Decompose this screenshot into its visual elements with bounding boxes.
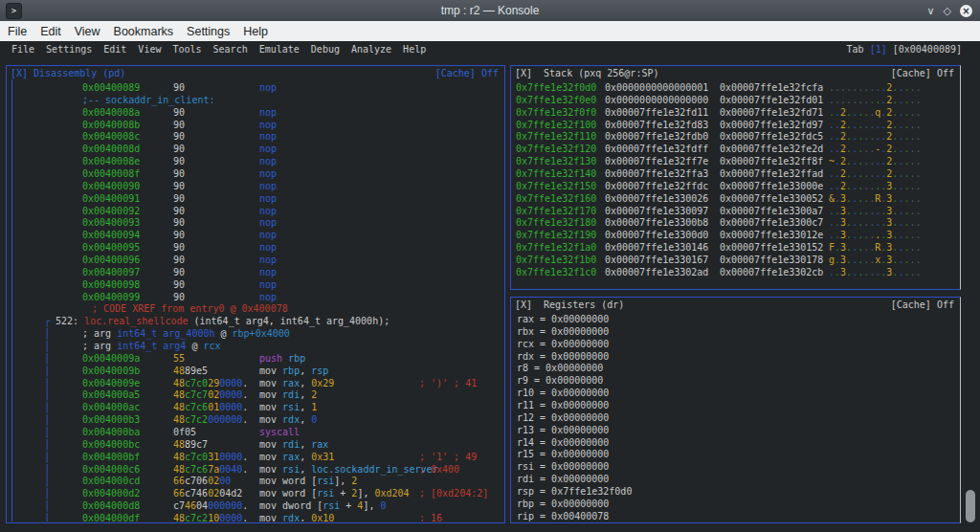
register-row[interactable]: rdx = 0x00000000 [512, 350, 959, 363]
disasm-row[interactable]: │0x004000d266c7460204d2mov word [rsi + 2… [8, 487, 503, 499]
cache-toggle[interactable]: [Cache] Off [435, 67, 499, 79]
disasm-row[interactable]: │; arg int64_t arg_4000h @ rbp+0x4000 [8, 327, 503, 340]
register-row[interactable]: r10 = 0x00000000 [512, 387, 959, 399]
register-row[interactable]: r15 = 0x00000000 [512, 448, 959, 460]
tab-number[interactable]: [1] [870, 44, 887, 55]
menubar-item-view[interactable]: View [75, 25, 100, 38]
disasm-row[interactable]: 0x0040008c90nop [8, 130, 503, 143]
stack-row[interactable]: 0x7ffe1e32f1100x00007ffe1e32fdb00x00007f… [512, 130, 959, 143]
menubar-item-settings[interactable]: Settings [187, 25, 230, 38]
disasm-row[interactable]: 0x0040009590nop [8, 241, 503, 254]
disasm-row[interactable]: 0x0040009190nop [8, 192, 503, 205]
stack-row[interactable]: 0x7ffe1e32f1600x00007ffe1e3300260x00007f… [512, 192, 959, 205]
stack-row[interactable]: 0x7ffe1e32f1900x00007ffe1e3300d00x00007f… [512, 229, 959, 241]
disasm-row[interactable]: 0x0040008b90nop [8, 119, 503, 131]
disasm-row[interactable]: 0x0040009990nop [8, 291, 503, 303]
disasm-row[interactable]: 0x0040009790nop [8, 266, 503, 278]
tab-label: Tab [847, 44, 864, 55]
disasm-row[interactable]: │0x004000c648c7c67a0040.mov rsi, loc.soc… [8, 463, 503, 476]
disasm-row[interactable]: 0x0040008e90nop [8, 155, 503, 167]
r2-menu-item-edit[interactable]: Edit [103, 44, 126, 55]
disasm-row[interactable]: 0x0040008a90nop [8, 106, 503, 119]
cache-toggle[interactable]: [Cache] Off [891, 67, 954, 79]
close-button-icon[interactable]: × [960, 5, 972, 17]
disasm-row[interactable]: │0x0040009a55push rbp [8, 352, 503, 365]
disasm-row[interactable]: │0x004000bc4889c7mov rdi, rax [8, 438, 503, 451]
disasm-row[interactable]: 0x0040008f90nop [8, 167, 503, 180]
register-row[interactable]: rax = 0x00000000 [512, 313, 959, 325]
register-row[interactable]: r11 = 0x00000000 [512, 399, 959, 411]
r2-menu-item-search[interactable]: Search [213, 44, 248, 55]
cache-toggle[interactable]: [Cache] Off [891, 299, 954, 311]
register-row[interactable]: r9 = 0x00000000 [512, 374, 959, 387]
stack-row[interactable]: 0x7ffe1e32f0e00x00000000000000000x00007f… [512, 94, 959, 106]
disasm-row[interactable]: ┌522: loc.real_shellcode (int64_t arg4, … [8, 315, 503, 327]
disasm-row[interactable]: │0x004000b348c7c2000000.mov rdx, 0 [8, 413, 503, 426]
stack-row[interactable]: 0x7ffe1e32f1b00x00007ffe1e3301670x00007f… [512, 254, 959, 266]
disasm-row[interactable]: 0x0040008d90nop [8, 143, 503, 155]
disasm-row[interactable]: ;-- sockaddr_in_client: [8, 94, 503, 106]
register-row[interactable]: r12 = 0x00000000 [512, 411, 959, 424]
stack-row[interactable]: 0x7ffe1e32f1300x00007ffe1e32ff7e0x00007f… [512, 155, 959, 167]
r2-menu-item-file[interactable]: File [11, 44, 34, 55]
disasm-row[interactable]: │0x004000ba0f05syscall [8, 426, 503, 438]
disasm-row[interactable]: │0x0040009b4889e5mov rbp, rsp [8, 365, 503, 377]
r2-menu-item-emulate[interactable]: Emulate [259, 44, 300, 55]
menubar-item-help[interactable]: Help [243, 25, 268, 38]
disasm-row[interactable]: 0x0040009690nop [8, 254, 503, 266]
register-row[interactable]: rsp = 0x7ffe1e32f0d0 [512, 485, 959, 498]
stack-row[interactable]: 0x7ffe1e32f1a00x00007ffe1e3301460x00007f… [512, 241, 959, 254]
register-row[interactable]: rcx = 0x00000000 [512, 338, 959, 350]
disasm-row[interactable]: │; arg int64_t arg4 @ rcx [8, 340, 503, 352]
window-titlebar[interactable]: > tmp : r2 — Konsole ∨ ◇ × [0, 0, 980, 21]
stack-row[interactable]: 0x7ffe1e32f0d00x00000000000000010x00007f… [512, 81, 959, 94]
register-row[interactable]: rbx = 0x00000000 [512, 325, 959, 338]
register-row[interactable]: rbp = 0x00000000 [512, 498, 959, 510]
disasm-row[interactable]: 0x0040009290nop [8, 205, 503, 217]
r2-menu-bar: FileSettingsEditViewToolsSearchEmulateDe… [11, 43, 437, 55]
r2-menu-item-analyze[interactable]: Analyze [351, 44, 391, 55]
disasm-row[interactable]: 0x0040009890nop [8, 278, 503, 291]
disasm-row[interactable]: 0x0040009390nop [8, 216, 503, 229]
disasm-row[interactable]: │0x004000d8c74604000000.mov dword [rsi +… [8, 499, 503, 512]
terminal-screen: FileSettingsEditViewToolsSearchEmulateDe… [0, 41, 980, 532]
disasm-row[interactable]: │0x004000bf48c7c0310000.mov rax, 0x31; '… [8, 451, 503, 463]
register-row[interactable]: rdi = 0x00000000 [512, 473, 959, 485]
panel-close-button[interactable]: [X] [515, 299, 532, 311]
disasm-row[interactable]: ; CODE XREF from entry0 @ 0x400078 [8, 302, 503, 315]
r2-menu-item-debug[interactable]: Debug [311, 44, 340, 55]
r2-menu-item-settings[interactable]: Settings [46, 44, 92, 55]
register-row[interactable]: r14 = 0x00000000 [512, 436, 959, 449]
disasm-row[interactable]: 0x0040009090nop [8, 180, 503, 192]
stack-row[interactable]: 0x7ffe1e32f1700x00007ffe1e3300970x00007f… [512, 205, 959, 217]
scrollbar-thumb[interactable] [966, 490, 975, 522]
register-row[interactable]: r8 = 0x00000000 [512, 362, 959, 374]
register-row[interactable]: r13 = 0x00000000 [512, 424, 959, 436]
stack-row[interactable]: 0x7ffe1e32f0f00x00007ffe1e32fd110x00007f… [512, 106, 959, 119]
panel-close-button[interactable]: [X] [515, 67, 532, 79]
minimize-button-icon[interactable]: ∨ [926, 5, 934, 17]
disasm-row[interactable]: │0x004000a548c7c7020000.mov rdi, 2 [8, 388, 503, 401]
menubar-item-file[interactable]: File [8, 25, 27, 38]
disasm-row[interactable]: │0x004000df48c7c2100000.mov rdx, 0x10; 1… [8, 512, 503, 521]
disasm-row[interactable]: │0x004000ac48c7c6010000.mov rsi, 1 [8, 401, 503, 413]
r2-menu-item-help[interactable]: Help [403, 44, 426, 55]
register-row[interactable]: rip = 0x00400078 [512, 510, 959, 521]
menubar-item-edit[interactable]: Edit [40, 25, 61, 38]
stack-row[interactable]: 0x7ffe1e32f1200x00007ffe1e32fdff0x00007f… [512, 143, 959, 155]
panel-close-button[interactable]: [X] [11, 67, 28, 79]
register-row[interactable]: rsi = 0x00000000 [512, 460, 959, 473]
menubar-item-bookmarks[interactable]: Bookmarks [114, 25, 174, 38]
disasm-row[interactable]: │0x0040009e48c7c0290000.mov rax, 0x29; '… [8, 377, 503, 389]
stack-row[interactable]: 0x7ffe1e32f1400x00007ffe1e32ffa30x00007f… [512, 167, 959, 180]
stack-row[interactable]: 0x7ffe1e32f1800x00007ffe1e3300b80x00007f… [512, 216, 959, 229]
disasm-row[interactable]: 0x0040009490nop [8, 229, 503, 241]
disasm-row[interactable]: │0x004000cd66c7060200mov word [rsi], 2 [8, 475, 503, 487]
r2-menu-item-tools[interactable]: Tools [172, 44, 201, 55]
disasm-row[interactable]: 0x0040008990nop [8, 81, 503, 94]
stack-row[interactable]: 0x7ffe1e32f1000x00007ffe1e32fd830x00007f… [512, 119, 959, 131]
maximize-button-icon[interactable]: ◇ [944, 5, 951, 17]
r2-menu-item-view[interactable]: View [138, 44, 161, 55]
stack-row[interactable]: 0x7ffe1e32f1c00x00007ffe1e3302ad0x00007f… [512, 266, 959, 278]
stack-row[interactable]: 0x7ffe1e32f1500x00007ffe1e32ffdc0x00007f… [512, 180, 959, 192]
